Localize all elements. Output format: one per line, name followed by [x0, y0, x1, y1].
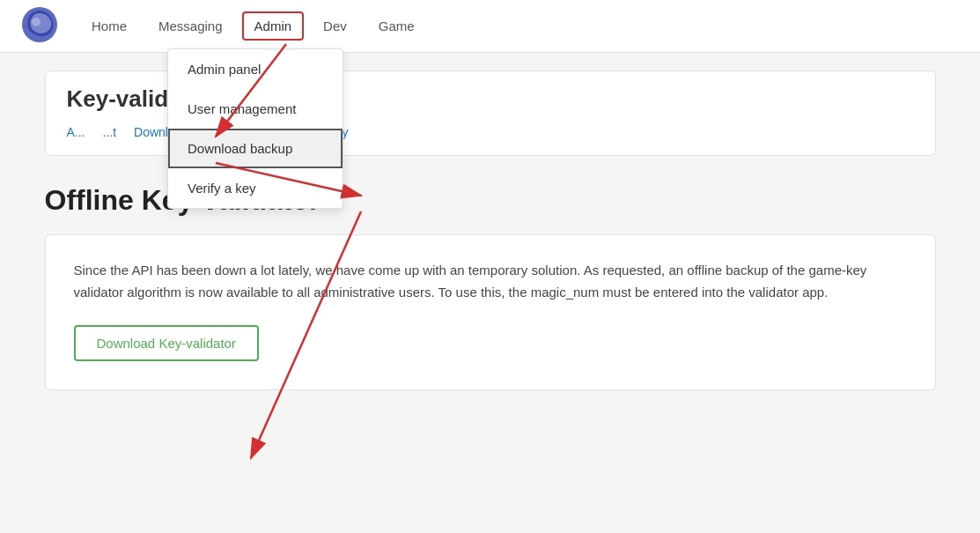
- nav-admin[interactable]: Admin: [242, 11, 305, 41]
- main-nav: Home Messaging Admin Dev Game Admin pane…: [79, 11, 427, 41]
- nav-game[interactable]: Game: [366, 11, 427, 41]
- dropdown-admin-panel[interactable]: Admin panel: [168, 49, 343, 89]
- dropdown-verify-key[interactable]: Verify a key: [168, 168, 343, 208]
- nav-messaging[interactable]: Messaging: [146, 11, 235, 41]
- dropdown-download-backup[interactable]: Download backup: [168, 129, 343, 168]
- nav-home[interactable]: Home: [79, 11, 139, 41]
- nav-dev[interactable]: Dev: [311, 11, 359, 41]
- main-content: Key-validator backup A... ...t Download …: [24, 53, 957, 422]
- download-key-validator-button[interactable]: Download Key-validator: [74, 325, 259, 361]
- svg-point-1: [32, 18, 41, 26]
- info-text: Since the API has been down a lot lately…: [74, 260, 907, 304]
- header: Home Messaging Admin Dev Game Admin pane…: [0, 0, 980, 53]
- tab-add[interactable]: A...: [67, 123, 85, 141]
- dropdown-user-management[interactable]: User management: [168, 89, 343, 129]
- info-card: Since the API has been down a lot lately…: [45, 234, 936, 390]
- admin-dropdown: Admin panel User management Download bac…: [167, 48, 343, 209]
- logo: [21, 6, 79, 47]
- tab-2[interactable]: ...t: [103, 123, 117, 141]
